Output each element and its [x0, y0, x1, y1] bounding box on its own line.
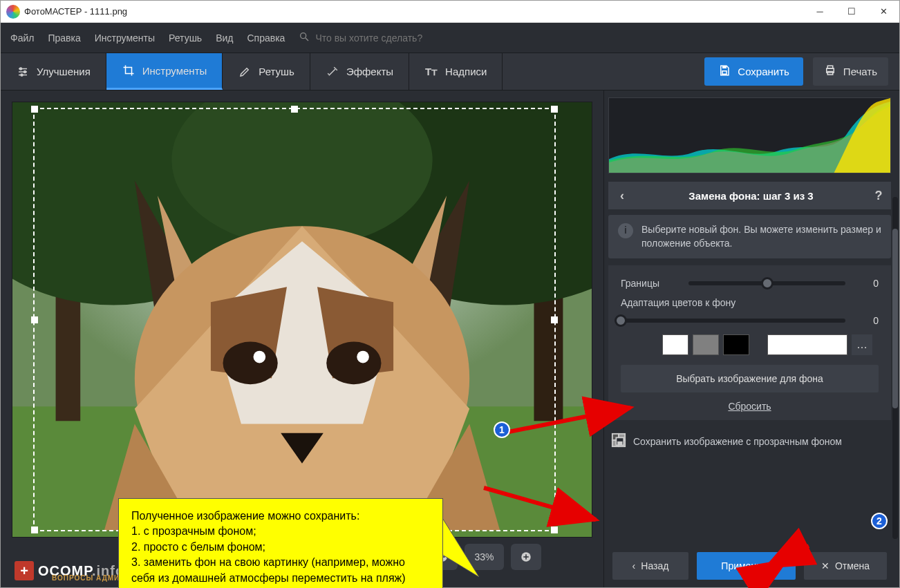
annotation-callout: Полученное изображение можно сохранить: … [118, 498, 443, 588]
close-button[interactable]: ✕ [868, 1, 899, 23]
border-value: 0 [858, 278, 879, 289]
swatch-gray[interactable] [693, 334, 719, 355]
tab-tools-label: Инструменты [142, 65, 207, 77]
search-icon [299, 31, 310, 44]
crop-handle-l[interactable] [31, 316, 38, 323]
tab-text-label: Надписи [445, 66, 487, 77]
info-text: Выберите новый фон. Вы можете изменить р… [641, 223, 881, 250]
minimize-button[interactable]: ─ [804, 1, 836, 23]
crop-selection[interactable] [33, 108, 556, 531]
crop-handle-br[interactable] [551, 527, 558, 533]
border-slider[interactable] [688, 281, 845, 285]
step-header: ‹ Замена фона: шаг 3 из 3 ? [608, 182, 891, 209]
svg-rect-9 [722, 71, 726, 75]
menu-view[interactable]: Вид [216, 32, 233, 44]
tab-enhance[interactable]: Улучшения [1, 53, 106, 90]
swatch-more-button[interactable]: … [852, 334, 872, 355]
search-input[interactable] [315, 32, 436, 44]
save-transparent-label: Сохранить изображение с прозрачным фоном [633, 436, 842, 447]
app-icon [6, 5, 20, 19]
canvas[interactable] [12, 102, 592, 538]
svg-rect-8 [722, 66, 726, 68]
save-button[interactable]: Сохранить [704, 57, 803, 86]
tab-tools[interactable]: Инструменты [106, 53, 223, 90]
crop-handle-t[interactable] [291, 106, 298, 113]
print-button[interactable]: Печать [813, 57, 888, 86]
back-label: Назад [641, 560, 668, 571]
tab-text[interactable]: Tᴛ Надписи [409, 53, 503, 90]
sidebar: ‹ Замена фона: шаг 3 из 3 ? i Выберите н… [603, 91, 899, 587]
tab-retouch-label: Ретушь [259, 66, 294, 77]
canvas-area: Полученное изображение можно сохранить: … [1, 91, 603, 587]
svg-rect-45 [525, 554, 527, 560]
annotation-marker-1: 1 [494, 421, 510, 438]
svg-rect-50 [618, 442, 622, 445]
choose-bg-button[interactable]: Выбрать изображение для фона [621, 365, 879, 392]
save-icon [718, 64, 731, 79]
watermark-plus-icon: + [15, 561, 34, 580]
side-bottombar: ‹ Назад Применить ✕ Отмена [608, 549, 891, 587]
crop-handle-tl[interactable] [31, 106, 38, 113]
save-transparent-button[interactable]: Сохранить изображение с прозрачным фоном [608, 433, 891, 450]
step-back-button[interactable]: ‹ [608, 189, 636, 203]
options-panel: Границы 0 Адаптация цветов к фону 0 [608, 265, 891, 420]
text-icon: Tᴛ [424, 65, 438, 79]
step-title: Замена фона: шаг 3 из 3 [636, 190, 866, 202]
transparent-save-icon [611, 433, 626, 450]
svg-marker-36 [440, 515, 479, 577]
crop-handle-bl[interactable] [31, 527, 38, 533]
print-label: Печать [843, 66, 877, 77]
menu-help[interactable]: Справка [247, 32, 285, 44]
svg-point-0 [301, 33, 306, 39]
adapt-label: Адаптация цветов к фону [621, 297, 879, 308]
callout-line3: 3. заменить фон на свою картинку (наприм… [131, 555, 430, 586]
svg-rect-11 [827, 66, 833, 68]
swatch-custom[interactable] [767, 334, 847, 355]
sliders-icon [16, 65, 30, 79]
cancel-button[interactable]: ✕ Отмена [804, 552, 887, 580]
callout-tail [440, 515, 479, 577]
annotation-marker-2: 2 [871, 513, 888, 529]
svg-point-5 [20, 68, 22, 70]
adapt-slider[interactable] [621, 319, 845, 323]
tab-enhance-label: Улучшения [37, 66, 91, 77]
menu-retouch[interactable]: Ретушь [169, 32, 202, 44]
crop-handle-tr[interactable] [551, 106, 558, 113]
swatch-white[interactable] [662, 334, 688, 355]
apply-button[interactable]: Применить [697, 552, 796, 580]
zoom-in-button[interactable] [511, 544, 541, 570]
swatch-black[interactable] [723, 334, 749, 355]
close-icon: ✕ [821, 560, 829, 571]
sidebar-scrollbar-thumb[interactable] [892, 229, 898, 408]
brush-icon [238, 65, 252, 79]
maximize-button[interactable]: ☐ [836, 1, 868, 23]
border-label: Границы [621, 278, 676, 289]
callout-title: Полученное изображение можно сохранить: [131, 509, 430, 524]
info-box: i Выберите новый фон. Вы можете изменить… [608, 215, 891, 258]
reset-link[interactable]: Сбросить [621, 401, 879, 412]
save-label: Сохранить [738, 66, 789, 77]
crop-handle-r[interactable] [551, 316, 558, 323]
help-button[interactable]: ? [866, 189, 891, 203]
tab-effects[interactable]: Эффекты [310, 53, 409, 90]
wand-icon [326, 65, 339, 79]
tab-effects-label: Эффекты [346, 66, 393, 77]
menu-edit[interactable]: Правка [48, 32, 80, 44]
back-button[interactable]: ‹ Назад [612, 552, 688, 580]
callout-line1: 1. с прозрачным фоном; [131, 524, 430, 539]
window-title: ФотоМАСТЕР - 1111.png [24, 6, 127, 17]
color-swatches: … [662, 334, 879, 355]
chevron-left-icon: ‹ [632, 560, 636, 571]
info-icon: i [618, 223, 633, 238]
menu-file[interactable]: Файл [10, 32, 34, 44]
svg-line-1 [306, 38, 308, 41]
menubar: Файл Правка Инструменты Ретушь Вид Справ… [1, 23, 899, 53]
histogram [608, 97, 891, 173]
menu-tools[interactable]: Инструменты [95, 32, 155, 44]
tab-bar: Улучшения Инструменты Ретушь Эффекты Tᴛ … [1, 53, 899, 91]
tab-retouch[interactable]: Ретушь [223, 53, 310, 90]
cancel-label: Отмена [835, 560, 870, 571]
crop-icon [122, 64, 135, 77]
svg-point-6 [24, 70, 26, 73]
svg-point-7 [21, 74, 23, 76]
